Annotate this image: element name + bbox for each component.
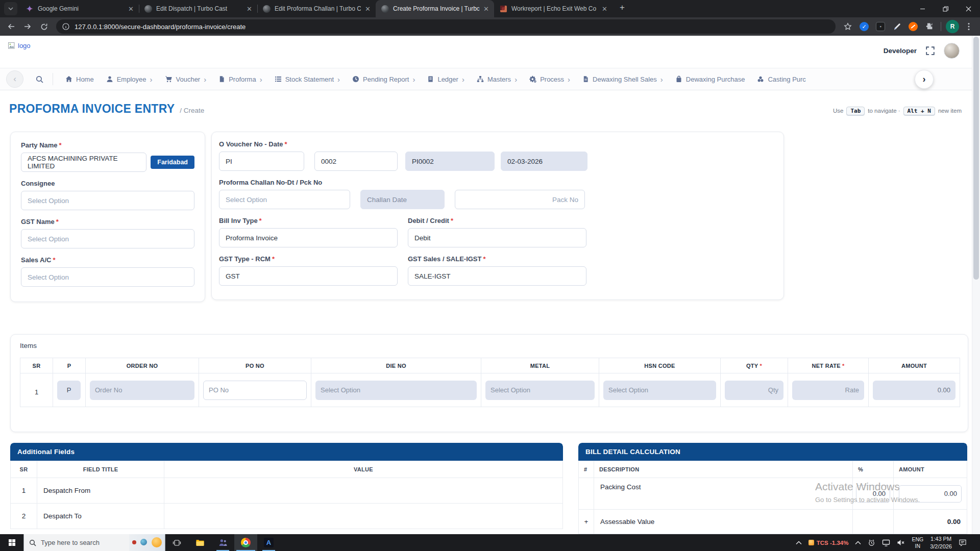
items-section-title: Items <box>20 342 959 349</box>
amount-input[interactable]: 0.00 <box>899 485 962 503</box>
close-icon[interactable]: ✕ <box>602 6 607 12</box>
qty-input[interactable]: Qty <box>725 381 783 400</box>
tab-google-gemini[interactable]: Google Gemini ✕ <box>20 0 139 17</box>
profile-avatar[interactable]: R <box>945 19 960 34</box>
challan-select[interactable]: Select Option <box>219 190 350 209</box>
order-no-input[interactable]: Order No <box>90 381 194 400</box>
nav-scroll-right-icon[interactable]: › <box>915 70 934 89</box>
row-amount: 0.00 <box>894 510 967 534</box>
developer-label: Developer <box>884 47 917 55</box>
folder-icon <box>195 539 205 546</box>
row-sr: 2 <box>11 504 37 529</box>
party-name-input[interactable]: AFCS MACHINING PRIVATE LIMITED <box>21 153 146 172</box>
forward-icon[interactable] <box>20 19 35 34</box>
close-icon[interactable]: ✕ <box>128 6 134 12</box>
party-city-badge: Faridabad <box>151 156 194 169</box>
page-scrollbar[interactable] <box>972 36 980 534</box>
tray-chevron-icon[interactable] <box>855 541 861 545</box>
alarm-icon[interactable] <box>868 539 875 546</box>
alt-n-key-badge: Alt + N <box>903 107 935 115</box>
chevron-right-icon: › <box>337 76 340 83</box>
nav-item-masters[interactable]: Masters› <box>477 76 517 83</box>
tab-search-icon[interactable] <box>4 2 17 15</box>
volume-muted-icon[interactable] <box>897 539 905 546</box>
consignee-select[interactable]: Select Option <box>21 191 194 210</box>
row-value-input[interactable] <box>164 504 563 529</box>
voucher-prefix-input[interactable]: PI <box>219 152 304 171</box>
address-bar[interactable]: 127.0.0.1:8000/secure-dashboard/proforma… <box>56 19 836 34</box>
nav-item-voucher[interactable]: Voucher› <box>165 76 207 83</box>
stock-ticker[interactable]: TCS -1.34% <box>808 540 849 546</box>
back-icon[interactable] <box>4 19 18 34</box>
extension-dark-icon[interactable]: ▪ <box>873 19 888 34</box>
nav-item-stock-statement[interactable]: Stock Statement› <box>275 76 340 83</box>
nav-item-ledger[interactable]: Ledger› <box>427 76 464 83</box>
new-tab-icon[interactable]: + <box>616 1 629 14</box>
nav-scroll-left-icon[interactable]: ‹ <box>6 70 23 88</box>
file-explorer-button[interactable] <box>188 534 211 551</box>
pinned-app-button[interactable]: A <box>257 534 280 551</box>
voucher-number-input[interactable]: 0002 <box>314 152 398 171</box>
tab-key-badge: Tab <box>846 107 865 115</box>
hsn-code-select[interactable]: Select Option <box>603 381 716 400</box>
row-value-input[interactable] <box>164 478 563 504</box>
gst-type-select[interactable]: GST <box>219 266 398 286</box>
chrome-button[interactable] <box>234 534 257 551</box>
restore-button[interactable] <box>934 0 957 17</box>
bookmark-star-icon[interactable] <box>841 19 855 34</box>
fullscreen-icon[interactable] <box>926 46 935 55</box>
bill-inv-type-select[interactable]: Proforma Invoice <box>219 228 398 247</box>
percent-input[interactable]: 0.00 <box>856 485 890 503</box>
taskbar-clock[interactable]: 1:43 PM3/2/2026 <box>930 535 952 550</box>
search-placeholder: Type here to search <box>41 539 100 546</box>
reload-icon[interactable] <box>37 19 51 34</box>
extension-check-icon[interactable]: ✓ <box>857 19 871 34</box>
scrollbar-thumb[interactable] <box>973 37 979 280</box>
extension-orange-icon[interactable] <box>906 19 920 34</box>
gst-name-select[interactable]: Select Option <box>21 229 194 248</box>
close-window-button[interactable] <box>957 0 980 17</box>
nav-item-dewaxing-shell-sales[interactable]: Dewaxing Shell Sales› <box>582 76 663 83</box>
action-center-icon[interactable] <box>959 539 967 546</box>
tab-edit-proforma-challan[interactable]: Edit Proforma Challan | Turbo C ✕ <box>257 0 376 17</box>
nav-item-casting-purchase[interactable]: Casting Purc <box>757 76 805 83</box>
nav-item-employee[interactable]: Employee› <box>106 76 153 83</box>
close-icon[interactable]: ✕ <box>365 6 371 12</box>
search-icon[interactable] <box>36 76 43 83</box>
sales-ac-select[interactable]: Select Option <box>21 267 194 287</box>
po-no-input[interactable]: PO No <box>203 381 307 400</box>
tab-edit-dispatch[interactable]: Edit Dispatch | Turbo Cast ✕ <box>139 0 257 17</box>
voucher-label: O Voucher No - Date* <box>219 140 776 148</box>
die-no-select[interactable]: Select Option <box>315 381 477 400</box>
taskbar-search[interactable]: Type here to search <box>23 534 165 551</box>
rate-input[interactable]: Rate <box>792 381 864 400</box>
close-icon[interactable]: ✕ <box>483 6 489 12</box>
site-info-icon[interactable] <box>62 23 69 30</box>
close-icon[interactable]: ✕ <box>247 6 252 12</box>
start-button[interactable] <box>0 534 23 551</box>
nav-item-dewaxing-purchase[interactable]: Dewaxing Purchase <box>675 76 745 83</box>
tab-create-proforma-invoice[interactable]: Create Proforma Invoice | Turbo ✕ <box>376 0 494 17</box>
nav-item-process[interactable]: Process› <box>529 76 570 83</box>
user-avatar[interactable] <box>944 43 960 59</box>
chevron-right-icon: › <box>514 76 517 83</box>
nav-item-proforma[interactable]: Proforma› <box>218 76 262 83</box>
browser-menu-icon[interactable] <box>962 19 976 34</box>
minimize-button[interactable] <box>911 0 934 17</box>
metal-select[interactable]: Select Option <box>485 381 595 400</box>
tab-workreport[interactable]: Workreport | Echo Exit Web Co ✕ <box>494 0 612 17</box>
extensions-puzzle-icon[interactable] <box>922 19 937 34</box>
nav-item-pending-report[interactable]: Pending Report› <box>352 76 415 83</box>
debit-credit-select[interactable]: Debit <box>408 228 586 247</box>
item-p-field[interactable]: P <box>57 381 81 400</box>
extension-pen-icon[interactable] <box>890 19 904 34</box>
language-indicator[interactable]: ENGIN <box>912 536 923 549</box>
gst-sales-select[interactable]: SALE-IGST <box>408 266 586 286</box>
nav-item-home[interactable]: Home <box>65 76 94 83</box>
teams-button[interactable] <box>211 534 234 551</box>
hidden-icons-chevron-icon[interactable] <box>796 541 802 545</box>
pack-no-input[interactable]: Pack No <box>455 190 585 209</box>
sales-ac-label: Sales A/C* <box>21 256 194 264</box>
task-view-button[interactable] <box>165 534 188 551</box>
display-icon[interactable] <box>882 539 890 546</box>
